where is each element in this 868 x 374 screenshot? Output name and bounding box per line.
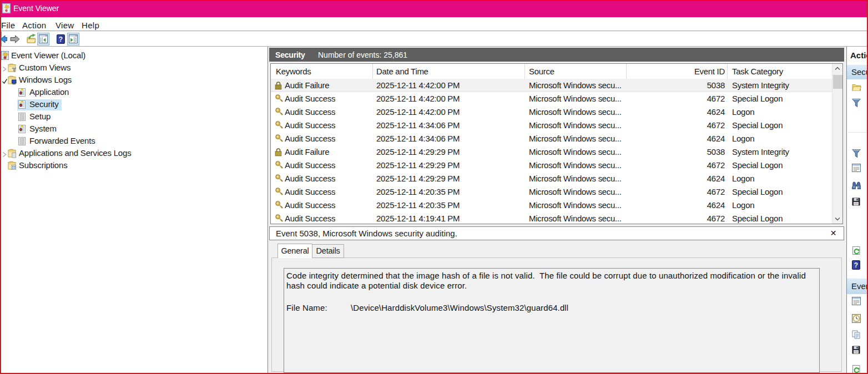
svg-text:?: ? [59,36,63,43]
svg-text:?: ? [854,261,858,269]
